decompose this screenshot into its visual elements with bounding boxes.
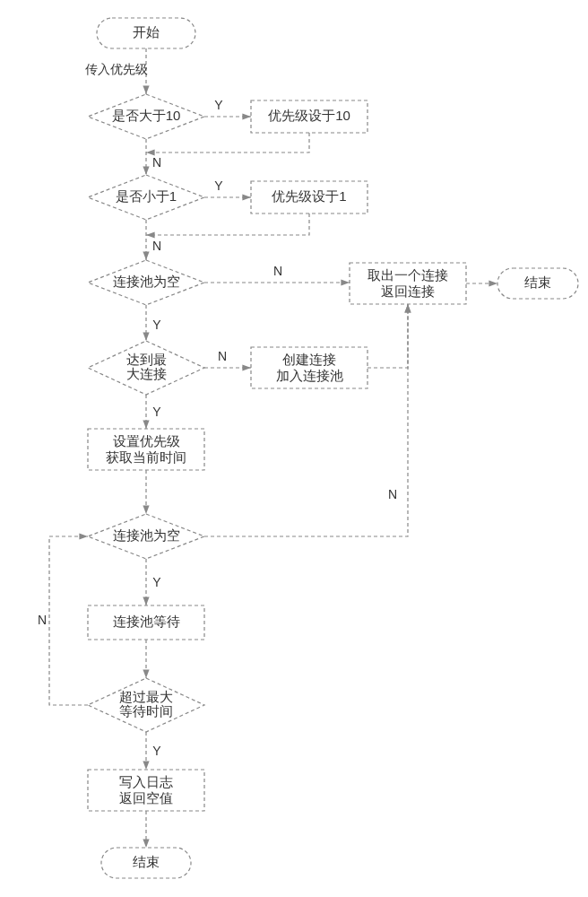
write-log-l2: 返回空值 (119, 790, 173, 806)
create-conn-l2: 加入连接池 (276, 368, 343, 383)
edge-input-label: 传入优先级 (85, 62, 148, 76)
set-pri-l2: 获取当前时间 (106, 449, 186, 465)
edge-lt1-y-label: Y (214, 179, 223, 193)
edge-create-take (368, 304, 408, 368)
edge-pool1-n-label: N (273, 264, 282, 278)
edge-pool2-y-label: Y (152, 575, 161, 589)
take-conn-l1: 取出一个连接 (368, 267, 448, 283)
edge-gt10-y-label: Y (214, 98, 223, 112)
max-conn-l2: 大连接 (126, 366, 167, 381)
set1-label: 优先级设于1 (272, 188, 346, 204)
lt1-label: 是否小于1 (116, 188, 177, 204)
end-top-label: 结束 (524, 274, 551, 290)
edge-lt1-n-label: N (152, 239, 161, 253)
pool-empty-1-label: 连接池为空 (113, 274, 180, 289)
take-conn-l2: 返回连接 (381, 283, 435, 299)
edge-over-y-label: Y (152, 744, 161, 758)
start-label: 开始 (133, 24, 160, 39)
edge-gt10-n-label: N (152, 155, 161, 170)
over-wait-l1: 超过最大 (119, 689, 173, 704)
set-pri-l1: 设置优先级 (113, 433, 180, 448)
edge-pool2-n-label: N (388, 487, 397, 501)
max-conn-l1: 达到最 (126, 352, 167, 367)
flowchart-diagram: 开始 是否大于10 优先级设于10 是否小于1 优先级设于1 连接池为空 取出一… (0, 0, 588, 897)
edge-over-n (49, 536, 88, 705)
edge-pool2-n (204, 304, 408, 536)
edge-pool1-y-label: Y (152, 318, 161, 332)
edge-set10-merge (146, 133, 309, 152)
create-conn-l1: 创建连接 (282, 352, 336, 367)
gt10-label: 是否大于10 (112, 108, 181, 123)
edge-over-n-label: N (38, 613, 47, 627)
pool-wait-label: 连接池等待 (113, 614, 180, 629)
edge-max-n-label: N (218, 349, 227, 363)
set10-label: 优先级设于10 (268, 108, 350, 123)
edge-max-y-label: Y (152, 405, 161, 419)
write-log-l1: 写入日志 (119, 774, 173, 789)
pool-empty-2-label: 连接池为空 (113, 527, 180, 543)
end-bottom-label: 结束 (133, 854, 160, 869)
edge-set1-merge (146, 213, 309, 235)
over-wait-l2: 等待时间 (119, 703, 173, 718)
